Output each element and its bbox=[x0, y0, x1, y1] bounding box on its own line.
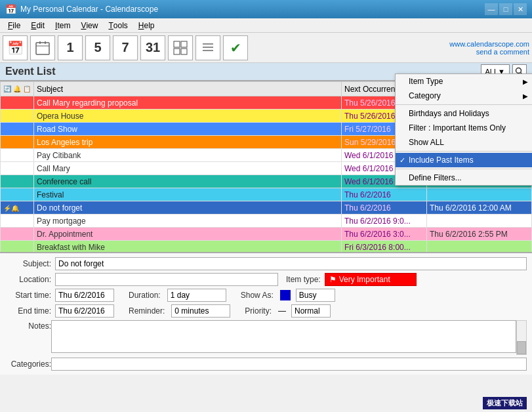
row-next: Thu 6/2/2016 bbox=[342, 201, 427, 215]
window-title: My Personal Calendar - Calendarscope bbox=[20, 5, 485, 14]
notes-scrollbar bbox=[516, 320, 527, 355]
col-icons-header: 🔄 🔔 📋 bbox=[1, 82, 34, 96]
row-icons bbox=[1, 123, 34, 136]
row-extra: Thu 6/2/2016 2:55 PM bbox=[427, 228, 532, 241]
app-icon: 📅 bbox=[5, 4, 16, 14]
notes-textarea[interactable] bbox=[51, 320, 516, 353]
dropdown-include-past[interactable]: Include Past Items bbox=[396, 153, 532, 167]
day1-button[interactable]: 1 bbox=[58, 35, 83, 60]
item-type-icon: ⚑ bbox=[329, 275, 337, 284]
list-view-button[interactable] bbox=[195, 35, 220, 60]
row-subject: Road Show bbox=[34, 123, 342, 136]
row-icons bbox=[1, 110, 34, 123]
row-icons bbox=[1, 162, 34, 175]
dropdown-sep2 bbox=[396, 151, 532, 152]
row-subject: Festival bbox=[34, 188, 342, 201]
show-as-input[interactable] bbox=[296, 289, 335, 302]
row-icons bbox=[1, 149, 34, 162]
maximize-button[interactable]: □ bbox=[499, 3, 512, 15]
menu-file[interactable]: File bbox=[3, 18, 26, 32]
close-button[interactable]: ✕ bbox=[514, 3, 527, 15]
row-extra bbox=[427, 188, 532, 201]
grid-view-button[interactable] bbox=[168, 35, 193, 60]
row-subject: Call Mary regarding proposal bbox=[34, 96, 342, 110]
notes-wrapper: Notes: bbox=[5, 320, 527, 355]
row-icons bbox=[1, 175, 34, 188]
row-extra bbox=[427, 215, 532, 228]
window-controls: — □ ✕ bbox=[485, 3, 527, 15]
subject-row: Subject: bbox=[5, 257, 527, 270]
day31-button[interactable]: 31 bbox=[140, 35, 165, 60]
day5-button[interactable]: 5 bbox=[85, 35, 110, 60]
table-row[interactable]: ⚡🔔 Do not forget Thu 6/2/2016 Thu 6/2/20… bbox=[1, 201, 532, 215]
table-row[interactable]: Festival Thu 6/2/2016 bbox=[1, 188, 532, 201]
row-icons: ⚡🔔 bbox=[1, 201, 34, 215]
website-links: www.calendarscope.com send a comment bbox=[449, 40, 529, 56]
website-link[interactable]: www.calendarscope.com bbox=[449, 40, 529, 48]
calendar-view-button[interactable] bbox=[30, 35, 55, 60]
start-label: Start time: bbox=[5, 291, 51, 300]
priority-dash: — bbox=[278, 306, 286, 316]
reminder-input[interactable] bbox=[171, 304, 230, 318]
dropdown-define-filters[interactable]: Define Filters... bbox=[396, 171, 532, 185]
row-icons bbox=[1, 188, 34, 201]
row-extra: Thu 6/2/2016 12:00 AM bbox=[427, 201, 532, 215]
duration-label: Duration: bbox=[129, 291, 161, 300]
show-as-label: Show As: bbox=[241, 291, 274, 300]
comment-link[interactable]: send a comment bbox=[476, 48, 529, 56]
subject-input[interactable] bbox=[55, 257, 527, 270]
item-type-value: Very Important bbox=[339, 275, 390, 284]
row-icons bbox=[1, 228, 34, 241]
row-subject: Call Mary bbox=[34, 162, 342, 175]
location-row: Location: Item type: ⚑ Very Important bbox=[5, 273, 527, 286]
categories-label: Categories: bbox=[5, 360, 51, 369]
table-row[interactable]: Dr. Appointment Thu 6/2/2016 3:0... Thu … bbox=[1, 228, 532, 241]
watermark: 极速下载站 bbox=[483, 397, 527, 409]
menu-edit[interactable]: Edit bbox=[26, 18, 50, 32]
menu-tools[interactable]: Tools bbox=[103, 18, 133, 32]
location-input[interactable] bbox=[55, 273, 278, 286]
tasks-button[interactable]: ✔ bbox=[223, 35, 248, 60]
priority-label: Priority: bbox=[245, 306, 272, 316]
dropdown-birthdays[interactable]: Birthdays and Holidays bbox=[396, 106, 532, 121]
dropdown-sep1 bbox=[396, 104, 532, 105]
end-input[interactable] bbox=[55, 304, 114, 318]
new-event-button[interactable]: 📅 bbox=[3, 35, 28, 60]
time-row1: Start time: Duration: Show As: bbox=[5, 289, 527, 302]
table-row[interactable]: Breakfast with Mike Fri 6/3/2016 8:00... bbox=[1, 241, 532, 253]
menubar: File Edit Item View Tools Help bbox=[0, 18, 532, 33]
toolbar: 📅 1 5 7 31 ✔ www.calendarscope.com send … bbox=[0, 33, 532, 63]
svg-rect-6 bbox=[174, 49, 180, 54]
row-subject: Breakfast with Mike bbox=[34, 241, 342, 253]
menu-item[interactable]: Item bbox=[50, 18, 75, 32]
dropdown-category[interactable]: Category bbox=[396, 89, 532, 103]
duration-input[interactable] bbox=[167, 289, 226, 302]
event-list-title: Event List bbox=[5, 66, 55, 77]
row-next: Thu 6/2/2016 9:0... bbox=[342, 215, 427, 228]
row-subject: Pay mortgage bbox=[34, 215, 342, 228]
svg-rect-7 bbox=[181, 49, 187, 54]
dropdown-filter-important[interactable]: Filter : Important Items Only bbox=[396, 121, 532, 135]
dropdown-show-all[interactable]: Show ALL bbox=[396, 135, 532, 150]
row-next: Fri 6/3/2016 8:00... bbox=[342, 241, 427, 253]
row-extra bbox=[427, 241, 532, 253]
titlebar: 📅 My Personal Calendar - Calendarscope —… bbox=[0, 0, 532, 18]
minimize-button[interactable]: — bbox=[485, 3, 498, 15]
menu-help[interactable]: Help bbox=[133, 18, 160, 32]
priority-input[interactable] bbox=[291, 304, 331, 318]
notes-scrollthumb bbox=[517, 341, 526, 354]
svg-rect-0 bbox=[36, 43, 49, 54]
dropdown-item-type[interactable]: Item Type bbox=[396, 74, 532, 89]
svg-point-11 bbox=[516, 68, 522, 73]
item-type-box[interactable]: ⚑ Very Important bbox=[325, 273, 417, 286]
svg-rect-5 bbox=[181, 41, 187, 47]
row-icons bbox=[1, 215, 34, 228]
col-subject-header[interactable]: Subject bbox=[34, 82, 342, 96]
day7-button[interactable]: 7 bbox=[113, 35, 138, 60]
table-row[interactable]: Pay mortgage Thu 6/2/2016 9:0... bbox=[1, 215, 532, 228]
detail-panel: Subject: Location: Item type: ⚑ Very Imp… bbox=[0, 252, 532, 375]
menu-view[interactable]: View bbox=[75, 18, 103, 32]
busy-indicator bbox=[280, 290, 291, 300]
start-input[interactable] bbox=[55, 289, 114, 302]
categories-input[interactable] bbox=[51, 358, 527, 371]
